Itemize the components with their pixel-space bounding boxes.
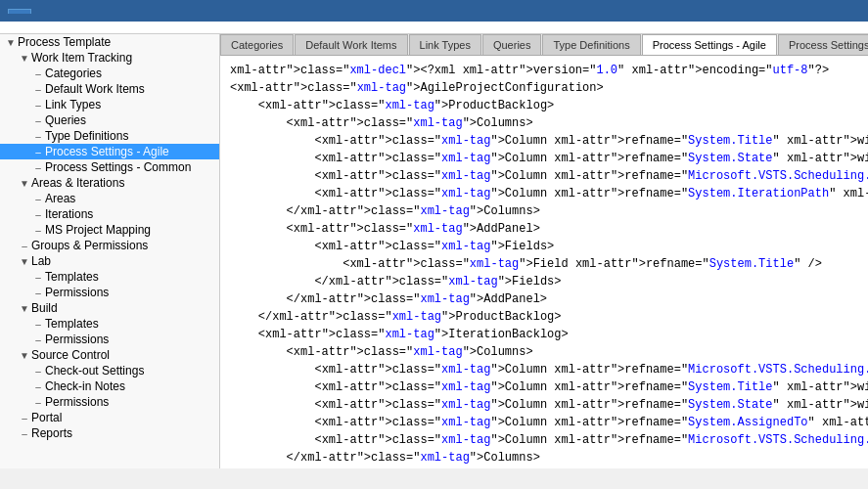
sidebar-item-label: Type Definitions: [45, 129, 219, 143]
leaf-icon: –: [31, 272, 45, 283]
leaf-icon: –: [31, 162, 45, 173]
sidebar-item-lab-permissions[interactable]: –Permissions: [0, 285, 219, 300]
sidebar-item-label: Queries: [45, 113, 219, 127]
sidebar-item-work-item-tracking[interactable]: ▼Work Item Tracking: [0, 50, 219, 66]
content-area: CategoriesDefault Work ItemsLink TypesQu…: [220, 34, 868, 468]
sidebar-item-label: Permissions: [45, 333, 219, 346]
tabs-bar: CategoriesDefault Work ItemsLink TypesQu…: [220, 34, 868, 56]
expand-icon: ▼: [4, 37, 18, 48]
sidebar: ▼Process Template▼Work Item Tracking–Cat…: [0, 34, 220, 468]
title-bar: [0, 0, 868, 22]
leaf-icon: –: [31, 115, 45, 126]
sidebar-item-label: Areas: [45, 192, 219, 205]
leaf-icon: –: [18, 413, 31, 423]
sidebar-item-default-work-items[interactable]: –Default Work Items: [0, 81, 219, 97]
leaf-icon: –: [31, 147, 45, 157]
tab-link-types[interactable]: Link Types: [409, 34, 481, 55]
sidebar-item-label: MS Project Mapping: [45, 223, 219, 237]
sidebar-item-label: Work Item Tracking: [31, 51, 219, 65]
leaf-icon: –: [31, 100, 45, 111]
sidebar-item-label: Check-in Notes: [45, 379, 219, 393]
title-bar-tab[interactable]: [8, 9, 31, 14]
leaf-icon: –: [31, 225, 45, 236]
sidebar-item-label: Categories: [45, 67, 219, 80]
sidebar-item-build-templates[interactable]: –Templates: [0, 316, 219, 332]
leaf-icon: –: [31, 288, 45, 298]
sidebar-item-label: Groups & Permissions: [31, 239, 219, 252]
sidebar-item-portal[interactable]: –Portal: [0, 410, 219, 425]
sidebar-item-label: Reports: [31, 426, 219, 440]
sidebar-item-check-in-notes[interactable]: –Check-in Notes: [0, 378, 219, 394]
leaf-icon: –: [18, 241, 31, 251]
sidebar-item-build-permissions[interactable]: –Permissions: [0, 332, 219, 347]
sidebar-item-label: Check-out Settings: [45, 364, 219, 378]
sidebar-item-label: Source Control: [31, 348, 219, 362]
leaf-icon: –: [31, 209, 45, 220]
sidebar-item-build[interactable]: ▼Build: [0, 300, 219, 316]
sidebar-item-label: Areas & Iterations: [31, 176, 219, 190]
leaf-icon: –: [18, 428, 31, 439]
sidebar-item-process-template[interactable]: ▼Process Template: [0, 34, 219, 50]
sidebar-item-label: Process Settings - Common: [45, 160, 219, 174]
sidebar-item-groups-permissions[interactable]: –Groups & Permissions: [0, 238, 219, 253]
sidebar-item-type-definitions[interactable]: –Type Definitions: [0, 128, 219, 144]
main-title: [0, 22, 868, 34]
leaf-icon: –: [31, 366, 45, 377]
sidebar-item-label: Link Types: [45, 98, 219, 111]
tab-type-definitions[interactable]: Type Definitions: [542, 34, 640, 55]
leaf-icon: –: [31, 131, 45, 142]
expand-icon: ▼: [18, 53, 31, 64]
sidebar-item-label: Permissions: [45, 286, 219, 299]
tab-default-work-items[interactable]: Default Work Items: [295, 34, 407, 55]
sidebar-item-reports[interactable]: –Reports: [0, 425, 219, 441]
expand-icon: ▼: [18, 256, 31, 267]
sidebar-item-lab[interactable]: ▼Lab: [0, 253, 219, 269]
tab-categories[interactable]: Categories: [220, 34, 294, 55]
expand-icon: ▼: [18, 178, 31, 189]
sidebar-item-link-types[interactable]: –Link Types: [0, 97, 219, 112]
leaf-icon: –: [31, 334, 45, 345]
sidebar-item-process-settings-common[interactable]: –Process Settings - Common: [0, 159, 219, 175]
sidebar-item-areas[interactable]: –Areas: [0, 191, 219, 206]
tab-process-settings-agile[interactable]: Process Settings - Agile: [642, 34, 777, 56]
sidebar-item-label: Lab: [31, 254, 219, 268]
expand-icon: ▼: [18, 350, 31, 361]
sidebar-item-lab-templates[interactable]: –Templates: [0, 269, 219, 285]
sidebar-item-label: Process Template: [18, 35, 219, 49]
sidebar-item-label: Templates: [45, 270, 219, 284]
sidebar-item-iterations[interactable]: –Iterations: [0, 206, 219, 222]
sidebar-item-label: Portal: [31, 411, 219, 424]
sidebar-item-label: Default Work Items: [45, 82, 219, 96]
leaf-icon: –: [31, 381, 45, 392]
code-editor[interactable]: xml-attr">class="xml-decl"><?xml xml-att…: [220, 56, 868, 468]
sidebar-item-label: Templates: [45, 317, 219, 331]
sidebar-item-process-settings-agile[interactable]: –Process Settings - Agile: [0, 144, 219, 159]
leaf-icon: –: [31, 68, 45, 79]
sidebar-item-queries[interactable]: –Queries: [0, 112, 219, 128]
sidebar-item-ms-project-mapping[interactable]: –MS Project Mapping: [0, 222, 219, 238]
leaf-icon: –: [31, 319, 45, 330]
sidebar-item-label: Process Settings - Agile: [45, 145, 219, 158]
leaf-icon: –: [31, 84, 45, 95]
tab-process-settings-common[interactable]: Process Settings - Common: [778, 34, 868, 55]
sidebar-item-areas-iterations[interactable]: ▼Areas & Iterations: [0, 175, 219, 191]
sidebar-item-source-control[interactable]: ▼Source Control: [0, 347, 219, 363]
sidebar-item-sc-permissions[interactable]: –Permissions: [0, 394, 219, 410]
leaf-icon: –: [31, 194, 45, 204]
sidebar-item-categories[interactable]: –Categories: [0, 66, 219, 81]
sidebar-item-label: Iterations: [45, 207, 219, 221]
sidebar-item-label: Permissions: [45, 395, 219, 409]
main-layout: ▼Process Template▼Work Item Tracking–Cat…: [0, 34, 868, 468]
sidebar-item-label: Build: [31, 301, 219, 315]
expand-icon: ▼: [18, 303, 31, 314]
tab-queries[interactable]: Queries: [482, 34, 542, 55]
sidebar-item-check-out-settings[interactable]: –Check-out Settings: [0, 363, 219, 378]
leaf-icon: –: [31, 397, 45, 408]
